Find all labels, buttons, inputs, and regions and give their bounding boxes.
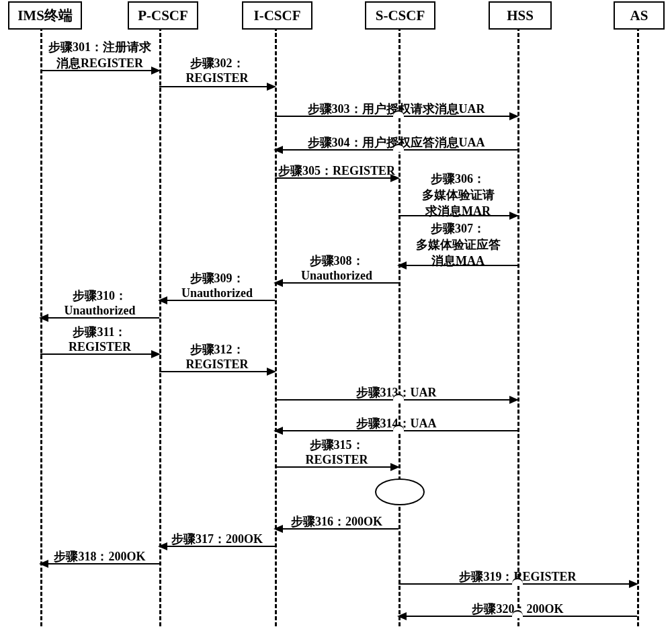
message-label: 步骤315：REGISTER <box>275 437 398 467</box>
lifeline-hop-icon <box>393 425 404 433</box>
arrow-right-icon <box>159 86 275 87</box>
participant-as: AS <box>614 1 665 30</box>
processing-ellipse <box>375 478 425 505</box>
message-label: 步骤307：多媒体验证应答消息MAA <box>398 220 517 269</box>
message-label: 步骤309：Unauthorized <box>159 270 275 300</box>
message-label: 步骤317：200OK <box>159 531 275 547</box>
lifeline-as <box>637 27 639 626</box>
lifeline-hop-icon <box>393 144 404 152</box>
participant-s-cscf: S-CSCF <box>365 1 435 30</box>
participant-ims: IMS终端 <box>8 1 82 30</box>
message-label: 步骤306：多媒体验证请求消息MAR <box>398 171 517 219</box>
participant-i-cscf: I-CSCF <box>242 1 312 30</box>
message-label: 步骤308：Unauthorized <box>275 253 398 283</box>
message-label: 步骤310：Unauthorized <box>40 288 159 318</box>
sequence-diagram: IMS终端 P-CSCF I-CSCF S-CSCF HSS AS 步骤301：… <box>0 0 672 629</box>
lifeline-hop-icon <box>393 394 404 402</box>
lifeline-hop-icon <box>512 578 523 586</box>
message-label: 步骤318：200OK <box>40 548 159 564</box>
lifeline-hop-icon <box>512 610 523 618</box>
participant-hss: HSS <box>489 1 552 30</box>
message-label: 步骤312：REGISTER <box>159 341 275 372</box>
participant-p-cscf: P-CSCF <box>128 1 198 30</box>
message-label: 步骤311：REGISTER <box>40 324 159 354</box>
message-label: 步骤316：200OK <box>275 513 398 530</box>
message-label: 步骤305：REGISTER <box>275 163 398 179</box>
lifeline-hop-icon <box>393 110 404 118</box>
message-label: 步骤301：注册请求消息REGISTER <box>40 39 159 71</box>
message-label: 步骤302：REGISTER <box>159 55 275 85</box>
